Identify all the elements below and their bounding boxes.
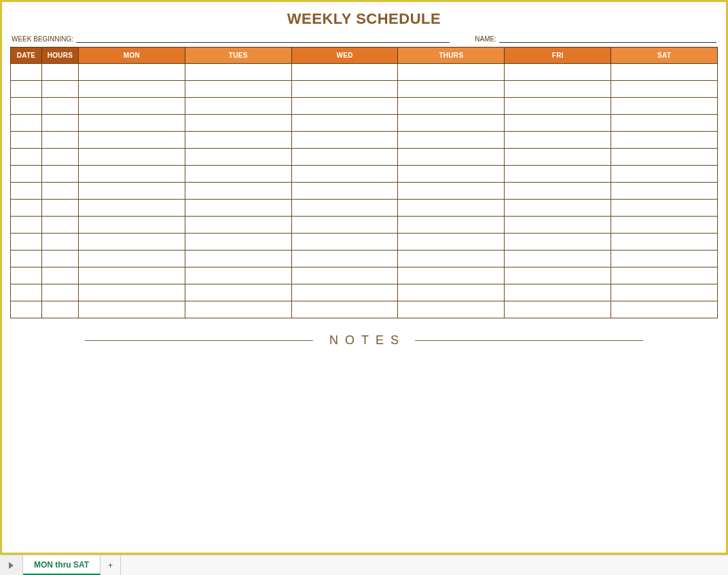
cell-thurs[interactable] xyxy=(398,267,505,284)
cell-fri[interactable] xyxy=(505,81,611,98)
cell-mon[interactable] xyxy=(79,284,185,301)
cell-fri[interactable] xyxy=(505,301,611,318)
cell-wed[interactable] xyxy=(291,132,398,149)
cell-tues[interactable] xyxy=(185,98,291,115)
cell-thurs[interactable] xyxy=(398,200,505,217)
cell-thurs[interactable] xyxy=(398,183,505,200)
cell-tues[interactable] xyxy=(185,115,291,132)
cell-fri[interactable] xyxy=(505,166,611,183)
cell-sat[interactable] xyxy=(611,115,718,132)
cell-hours[interactable] xyxy=(42,267,79,284)
cell-hours[interactable] xyxy=(42,132,79,149)
cell-sat[interactable] xyxy=(611,284,718,301)
cell-sat[interactable] xyxy=(611,64,718,81)
cell-thurs[interactable] xyxy=(398,166,505,183)
cell-thurs[interactable] xyxy=(398,301,505,318)
cell-date[interactable] xyxy=(11,166,42,183)
cell-date[interactable] xyxy=(11,200,42,217)
cell-fri[interactable] xyxy=(505,64,611,81)
cell-fri[interactable] xyxy=(505,217,611,234)
cell-hours[interactable] xyxy=(42,81,79,98)
cell-wed[interactable] xyxy=(291,234,398,251)
cell-date[interactable] xyxy=(11,251,42,267)
cell-tues[interactable] xyxy=(185,251,291,267)
cell-fri[interactable] xyxy=(505,251,611,267)
cell-thurs[interactable] xyxy=(398,81,505,98)
cell-wed[interactable] xyxy=(291,149,398,166)
cell-tues[interactable] xyxy=(185,200,291,217)
cell-tues[interactable] xyxy=(185,166,291,183)
cell-thurs[interactable] xyxy=(398,251,505,267)
cell-thurs[interactable] xyxy=(398,115,505,132)
cell-mon[interactable] xyxy=(79,81,185,98)
name-line[interactable] xyxy=(499,35,716,43)
cell-hours[interactable] xyxy=(42,183,79,200)
cell-wed[interactable] xyxy=(291,284,398,301)
cell-tues[interactable] xyxy=(185,234,291,251)
cell-hours[interactable] xyxy=(42,64,79,81)
week-beginning-line[interactable] xyxy=(76,35,450,43)
cell-mon[interactable] xyxy=(79,200,185,217)
cell-date[interactable] xyxy=(11,98,42,115)
cell-wed[interactable] xyxy=(291,267,398,284)
cell-mon[interactable] xyxy=(79,217,185,234)
cell-fri[interactable] xyxy=(505,132,611,149)
cell-thurs[interactable] xyxy=(398,132,505,149)
cell-date[interactable] xyxy=(11,132,42,149)
cell-fri[interactable] xyxy=(505,183,611,200)
cell-tues[interactable] xyxy=(185,267,291,284)
cell-sat[interactable] xyxy=(611,166,718,183)
cell-wed[interactable] xyxy=(291,217,398,234)
cell-wed[interactable] xyxy=(291,98,398,115)
cell-hours[interactable] xyxy=(42,251,79,267)
cell-sat[interactable] xyxy=(611,217,718,234)
cell-sat[interactable] xyxy=(611,267,718,284)
cell-date[interactable] xyxy=(11,284,42,301)
sheet-nav-button[interactable] xyxy=(0,555,23,575)
cell-hours[interactable] xyxy=(42,234,79,251)
cell-hours[interactable] xyxy=(42,115,79,132)
cell-date[interactable] xyxy=(11,267,42,284)
cell-hours[interactable] xyxy=(42,166,79,183)
cell-tues[interactable] xyxy=(185,64,291,81)
add-sheet-button[interactable]: + xyxy=(101,555,121,575)
cell-thurs[interactable] xyxy=(398,64,505,81)
cell-date[interactable] xyxy=(11,149,42,166)
cell-wed[interactable] xyxy=(291,301,398,318)
cell-sat[interactable] xyxy=(611,183,718,200)
cell-tues[interactable] xyxy=(185,217,291,234)
cell-wed[interactable] xyxy=(291,115,398,132)
cell-hours[interactable] xyxy=(42,217,79,234)
cell-tues[interactable] xyxy=(185,284,291,301)
cell-mon[interactable] xyxy=(79,132,185,149)
cell-tues[interactable] xyxy=(185,301,291,318)
cell-sat[interactable] xyxy=(611,251,718,267)
cell-tues[interactable] xyxy=(185,81,291,98)
cell-date[interactable] xyxy=(11,301,42,318)
cell-tues[interactable] xyxy=(185,183,291,200)
cell-tues[interactable] xyxy=(185,132,291,149)
cell-sat[interactable] xyxy=(611,200,718,217)
cell-fri[interactable] xyxy=(505,149,611,166)
cell-thurs[interactable] xyxy=(398,217,505,234)
cell-thurs[interactable] xyxy=(398,149,505,166)
cell-fri[interactable] xyxy=(505,98,611,115)
cell-mon[interactable] xyxy=(79,64,185,81)
cell-mon[interactable] xyxy=(79,251,185,267)
cell-date[interactable] xyxy=(11,183,42,200)
cell-date[interactable] xyxy=(11,234,42,251)
cell-mon[interactable] xyxy=(79,115,185,132)
cell-fri[interactable] xyxy=(505,284,611,301)
cell-hours[interactable] xyxy=(42,284,79,301)
cell-mon[interactable] xyxy=(79,183,185,200)
cell-thurs[interactable] xyxy=(398,284,505,301)
cell-wed[interactable] xyxy=(291,183,398,200)
cell-mon[interactable] xyxy=(79,149,185,166)
cell-thurs[interactable] xyxy=(398,234,505,251)
cell-date[interactable] xyxy=(11,115,42,132)
cell-fri[interactable] xyxy=(505,200,611,217)
sheet-tab-active[interactable]: MON thru SAT xyxy=(23,555,101,575)
cell-sat[interactable] xyxy=(611,81,718,98)
cell-sat[interactable] xyxy=(611,98,718,115)
cell-fri[interactable] xyxy=(505,267,611,284)
